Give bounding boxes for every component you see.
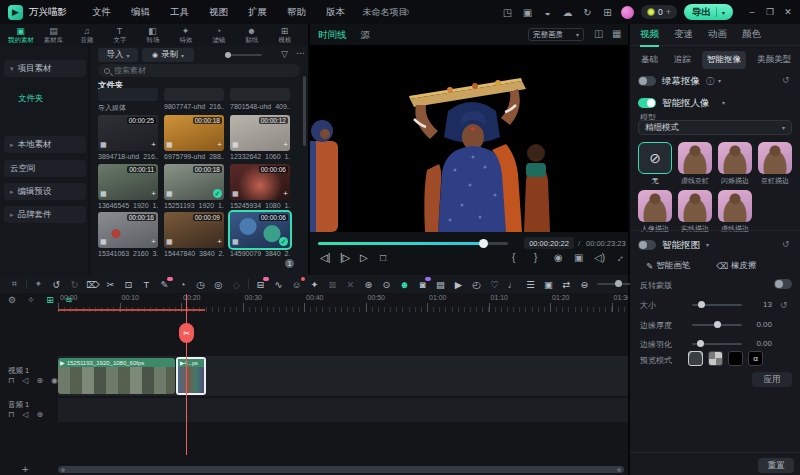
media-item[interactable]: 00:00:12▦+12332642_1060_1... bbox=[230, 115, 290, 160]
add-track-button[interactable]: + bbox=[22, 463, 28, 475]
sidebar-item-项目素材[interactable]: ▾项目素材 bbox=[4, 60, 86, 77]
reset-icon[interactable]: ↺ bbox=[782, 239, 790, 249]
record-button[interactable]: ◉ 录制▾ bbox=[142, 48, 194, 62]
大小-slider[interactable] bbox=[692, 304, 742, 306]
media-item[interactable]: 导入媒体 bbox=[98, 88, 158, 113]
eraser-button[interactable]: ⌫ 橡皮擦 bbox=[716, 260, 757, 272]
magnet-icon[interactable]: ⊕ bbox=[36, 410, 43, 419]
timeline-settings-icon[interactable]: ⚙ bbox=[6, 295, 18, 305]
workspace-icon[interactable]: ⊞ bbox=[601, 7, 614, 18]
menu-item[interactable]: 编辑 bbox=[122, 4, 159, 21]
ai-portrait-toggle[interactable] bbox=[638, 98, 656, 108]
duration-icon[interactable]: ◷ bbox=[194, 279, 207, 290]
tab-转场[interactable]: ◧转场 bbox=[136, 26, 169, 44]
chevron-down-icon[interactable]: ▾ bbox=[718, 77, 721, 84]
speed-icon[interactable]: ◔ bbox=[176, 279, 189, 290]
inspector-tab-变速[interactable]: 变速 bbox=[674, 28, 693, 41]
export-dropdown-arrow[interactable]: ▾ bbox=[722, 9, 725, 16]
delete-icon[interactable]: ⌦ bbox=[86, 279, 99, 290]
preview-mode-black[interactable] bbox=[728, 351, 743, 366]
avatar[interactable] bbox=[621, 6, 634, 19]
timeline-scrollbar[interactable] bbox=[58, 466, 624, 473]
sidebar-item-品牌套件[interactable]: ▸品牌套件 bbox=[4, 206, 86, 223]
menu-item[interactable]: 工具 bbox=[161, 4, 198, 21]
timeline-clip[interactable]: ▶15251193_1920_1080_60fps bbox=[58, 358, 175, 394]
thumbnail-size-slider[interactable] bbox=[226, 54, 262, 56]
add-to-timeline-icon[interactable]: + bbox=[151, 190, 156, 198]
layout-grid-icon[interactable]: ⌗ bbox=[8, 278, 21, 290]
menu-item[interactable]: 文件 bbox=[83, 4, 120, 21]
filter-icon[interactable]: ▽ bbox=[281, 49, 288, 59]
pen-icon[interactable]: ✎ bbox=[158, 279, 171, 290]
play-button[interactable]: ▷ bbox=[360, 252, 368, 263]
add-to-timeline-icon[interactable]: + bbox=[283, 190, 288, 198]
coin-add-button[interactable]: + bbox=[666, 7, 671, 17]
magnet-icon[interactable]: ⊕ bbox=[36, 376, 43, 385]
app-logo-icon[interactable]: ▶ bbox=[8, 5, 23, 20]
quality-dropdown[interactable]: 完整画质 ▾ bbox=[528, 28, 584, 41]
info-icon[interactable]: ⓘ bbox=[706, 76, 714, 87]
volume-button[interactable]: ◁) bbox=[594, 252, 605, 263]
fullscreen-button[interactable]: ↔ bbox=[612, 250, 627, 265]
invert-mask-toggle[interactable] bbox=[774, 279, 792, 289]
inspector-tab-颜色[interactable]: 颜色 bbox=[742, 28, 761, 41]
add-to-timeline-icon[interactable]: + bbox=[151, 141, 156, 149]
scrollbar-handle-right[interactable] bbox=[617, 468, 621, 472]
reset-icon[interactable]: ↺ bbox=[780, 300, 788, 310]
slider-handle[interactable] bbox=[697, 340, 704, 347]
green-screen-toggle[interactable] bbox=[638, 76, 656, 86]
audio-track-lane[interactable] bbox=[58, 398, 628, 422]
preset-闪烁描边[interactable] bbox=[718, 142, 752, 174]
slider-handle[interactable] bbox=[615, 280, 622, 287]
import-button[interactable]: 导入▾ bbox=[98, 48, 138, 62]
tab-滤镜[interactable]: ◔滤镜 bbox=[202, 26, 235, 44]
tab-我的素材[interactable]: ▣我的素材 bbox=[4, 26, 37, 44]
display-icon[interactable]: ▣ bbox=[521, 7, 534, 18]
render-preview-icon[interactable]: ▶ bbox=[452, 279, 465, 290]
sidebar-item-云空间[interactable]: 云空间 bbox=[4, 160, 86, 177]
add-to-timeline-icon[interactable]: + bbox=[217, 238, 222, 246]
scene-detect-icon[interactable]: ⊙ bbox=[380, 279, 393, 290]
remove-icon[interactable]: ✕ bbox=[344, 279, 357, 290]
chevron-down-icon[interactable]: ▾ bbox=[706, 241, 709, 248]
split-compare-icon[interactable]: ◫ bbox=[594, 28, 603, 39]
preset-霓虹描边[interactable] bbox=[758, 142, 792, 174]
lock-icon[interactable]: ⊓ bbox=[8, 376, 14, 385]
preset-虚线霓虹[interactable] bbox=[678, 142, 712, 174]
preview-tab-源[interactable]: 源 bbox=[361, 29, 371, 42]
ai-portrait-icon[interactable]: ☺ bbox=[290, 279, 303, 290]
lock-icon[interactable]: ⊓ bbox=[8, 410, 14, 419]
crop-icon[interactable]: ⊡ bbox=[122, 279, 135, 290]
mark-out-button[interactable]: } bbox=[534, 252, 537, 263]
add-to-timeline-icon[interactable]: + bbox=[283, 141, 288, 149]
preview-mode-alpha[interactable]: α bbox=[748, 351, 763, 366]
media-item[interactable]: 00:00:11▦+13646545_1920_1... bbox=[98, 164, 158, 209]
media-item[interactable]: 7801548-uhd_409... bbox=[230, 88, 290, 110]
search-input[interactable] bbox=[114, 66, 264, 75]
preset-虚线描边[interactable] bbox=[718, 190, 752, 222]
sidebar-item-本地素材[interactable]: ▸本地素材 bbox=[4, 136, 86, 153]
playhead[interactable]: ✂ bbox=[186, 294, 187, 455]
coin-pill[interactable]: 0 + bbox=[641, 5, 677, 19]
split-icon[interactable]: ✂ bbox=[104, 279, 117, 290]
keyframe-icon[interactable]: ◇ bbox=[230, 279, 243, 290]
mixer-icon[interactable]: ☰ bbox=[524, 279, 537, 290]
model-dropdown[interactable]: 精细模式 ▾ bbox=[638, 120, 792, 135]
media-item[interactable]: 00:00:06▦+15245934_1080_1... bbox=[230, 164, 290, 209]
snapshot-button[interactable]: ◉ bbox=[554, 252, 563, 263]
media-item[interactable]: 00:00:18▦✓15251193_1920_1... bbox=[164, 164, 224, 209]
mark-in-button[interactable]: { bbox=[512, 252, 515, 263]
favorite-icon[interactable]: ♡ bbox=[488, 279, 501, 290]
tab-素材库[interactable]: ▤素材库 bbox=[37, 26, 70, 44]
media-item[interactable]: 00:00:16▦+15341063_2160_3... bbox=[98, 212, 158, 257]
边缘厚度-slider[interactable] bbox=[692, 324, 742, 326]
tab-文字[interactable]: T文字 bbox=[103, 26, 136, 44]
update-icon[interactable]: ↻ bbox=[581, 7, 594, 18]
preview-mode-checkerboard[interactable] bbox=[708, 351, 723, 366]
camera-button[interactable]: ▣ bbox=[574, 252, 583, 263]
next-frame-button[interactable]: |▷ bbox=[340, 252, 350, 263]
playhead-scissors-badge[interactable]: ✂ bbox=[179, 323, 194, 343]
screen-record-icon[interactable]: ▣ bbox=[542, 279, 555, 290]
menu-item[interactable]: 视图 bbox=[200, 4, 237, 21]
inspector-tab-视频[interactable]: 视频 bbox=[640, 28, 659, 41]
